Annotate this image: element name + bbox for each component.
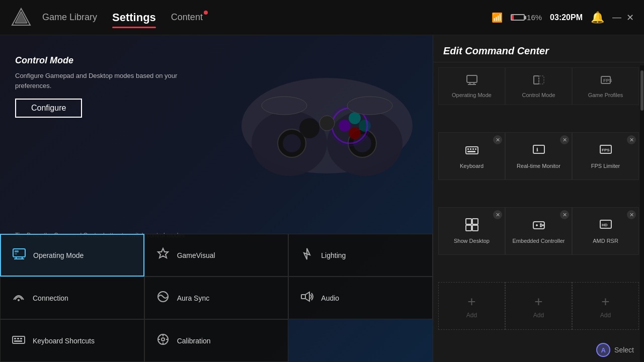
cmd-keyboard-icon	[465, 143, 479, 160]
battery-fill	[512, 15, 514, 20]
svg-point-17	[262, 97, 307, 115]
settings-item-label-gamevisual: GameVisual	[177, 251, 215, 259]
cmd-control-mode[interactable]: Control Mode	[505, 67, 572, 105]
settings-item-gamevisual[interactable]: GameVisual	[144, 234, 289, 277]
keyboard-shortcuts-icon	[11, 332, 27, 349]
add-plus-1: +	[467, 294, 475, 310]
svg-rect-28	[301, 295, 305, 299]
cmd-fps-limiter[interactable]: ✕ FPS FPS Limiter	[572, 132, 639, 180]
cmd-embedded-controller-remove[interactable]: ✕	[560, 210, 569, 219]
svg-point-66	[542, 224, 544, 226]
svg-rect-61	[472, 225, 478, 231]
nav-settings[interactable]: Settings	[112, 11, 156, 24]
add-label-1: Add	[466, 312, 477, 319]
cmd-realtime-monitor-icon: ℹ	[532, 143, 546, 160]
svg-text:FPS: FPS	[603, 78, 612, 83]
close-button[interactable]: ✕	[626, 12, 634, 23]
cmd-add-3[interactable]: + Add	[572, 282, 639, 330]
cmd-fps-limiter-label: FPS Limiter	[591, 162, 620, 169]
topbar-right: 📶 16% 03:20PM 🔔 — ✕	[492, 11, 634, 24]
cmd-amd-rsr-remove[interactable]: ✕	[627, 210, 636, 219]
svg-rect-19	[13, 249, 25, 257]
wifi-icon: 📶	[492, 12, 503, 23]
scrollbar-thumb[interactable]	[640, 70, 643, 111]
bottom-select: A Select	[596, 343, 634, 357]
svg-point-26	[18, 299, 20, 301]
settings-item-aura-sync[interactable]: Aura Sync	[144, 277, 289, 319]
cmd-fps-limiter-icon: FPS	[599, 143, 613, 160]
cmd-game-profiles[interactable]: FPS Game Profiles	[572, 67, 639, 105]
cmd-keyboard-remove[interactable]: ✕	[493, 135, 502, 144]
operating-mode-icon	[11, 247, 27, 264]
gamevisual-icon	[155, 247, 171, 264]
cmd-operating-mode-icon	[466, 74, 478, 89]
svg-rect-50	[470, 148, 471, 150]
scrollbar-track[interactable]	[640, 65, 644, 362]
audio-icon	[299, 290, 315, 307]
svg-rect-58	[466, 219, 471, 224]
add-label-3: Add	[600, 312, 611, 319]
nav-content[interactable]: Content	[171, 12, 203, 23]
svg-rect-20	[15, 250, 19, 252]
configure-button[interactable]: Configure	[15, 99, 82, 118]
svg-point-65	[540, 223, 542, 225]
settings-item-label-calibration: Calibration	[177, 337, 211, 345]
svg-point-9	[299, 118, 319, 138]
cmd-amd-rsr-label: AMD RSR	[593, 237, 618, 244]
cmd-control-mode-label: Control Mode	[522, 92, 555, 99]
svg-point-11	[349, 112, 361, 124]
window-controls: — ✕	[612, 12, 634, 23]
cmd-embedded-controller-label: Embedded Controller	[513, 237, 565, 244]
settings-item-audio[interactable]: Audio	[288, 277, 433, 319]
settings-item-calibration[interactable]: Calibration	[144, 319, 289, 362]
settings-item-label-operating-mode: Operating Mode	[33, 251, 84, 259]
cmd-operating-mode[interactable]: Operating Mode	[438, 67, 505, 105]
svg-point-16	[319, 116, 335, 131]
cmd-show-desktop[interactable]: ✕ Show Desktop	[438, 207, 505, 255]
calibration-icon	[155, 332, 171, 349]
select-circle-icon: A	[596, 343, 610, 357]
settings-item-label-connection: Connection	[33, 294, 68, 302]
main-content: Control Mode Configure Gamepad and Deskt…	[0, 35, 644, 362]
settings-item-label-lighting: Lighting	[321, 251, 346, 259]
settings-item-operating-mode[interactable]: Operating Mode	[0, 234, 144, 277]
settings-item-keyboard-shortcuts[interactable]: Keyboard Shortcuts	[0, 319, 144, 362]
svg-rect-40	[467, 75, 477, 82]
cmd-amd-rsr[interactable]: ✕ HD AMD RSR	[572, 207, 639, 255]
left-panel: Control Mode Configure Gamepad and Deskt…	[0, 35, 433, 362]
cmd-add-1[interactable]: + Add	[438, 282, 505, 330]
svg-marker-1	[15, 12, 27, 23]
lighting-icon	[299, 247, 315, 264]
cmd-keyboard-label: Keyboard	[460, 162, 484, 169]
clock: 03:20PM	[550, 13, 583, 22]
svg-text:ℹ: ℹ	[536, 147, 538, 152]
cmd-embedded-controller-icon	[532, 218, 546, 235]
nav-game-library[interactable]: Game Library	[42, 12, 97, 23]
notification-icon[interactable]: 🔔	[591, 11, 604, 24]
svg-point-35	[162, 338, 165, 341]
battery-pct: 16%	[527, 13, 542, 22]
cmd-control-mode-icon	[533, 74, 545, 89]
svg-rect-45	[539, 76, 544, 84]
cmd-show-desktop-icon	[465, 218, 479, 235]
edit-command-center-title: Edit Command Center	[433, 35, 644, 62]
cmd-realtime-monitor-remove[interactable]: ✕	[560, 135, 569, 144]
content-dot	[204, 11, 208, 15]
settings-item-connection[interactable]: Connection	[0, 277, 144, 319]
settings-grid: Operating Mode GameVisual Lighting Conne	[0, 234, 433, 362]
nav-links: Game Library Settings Content	[42, 11, 492, 24]
minimize-button[interactable]: —	[612, 12, 621, 23]
settings-item-empty	[288, 319, 433, 362]
cmd-fps-limiter-remove[interactable]: ✕	[627, 135, 636, 144]
svg-rect-29	[13, 336, 25, 343]
cmd-embedded-controller[interactable]: ✕ Embedded Controller	[505, 207, 572, 255]
svg-rect-59	[472, 219, 478, 224]
cmd-show-desktop-remove[interactable]: ✕	[493, 210, 502, 219]
cmd-keyboard[interactable]: ✕ Keyboard	[438, 132, 505, 180]
cmd-realtime-monitor[interactable]: ✕ ℹ Real-time Monitor	[505, 132, 572, 180]
cmd-add-2[interactable]: + Add	[505, 282, 572, 330]
svg-point-6	[283, 134, 301, 152]
settings-item-lighting[interactable]: Lighting	[288, 234, 433, 277]
svg-rect-60	[466, 225, 471, 231]
svg-rect-51	[472, 148, 474, 150]
